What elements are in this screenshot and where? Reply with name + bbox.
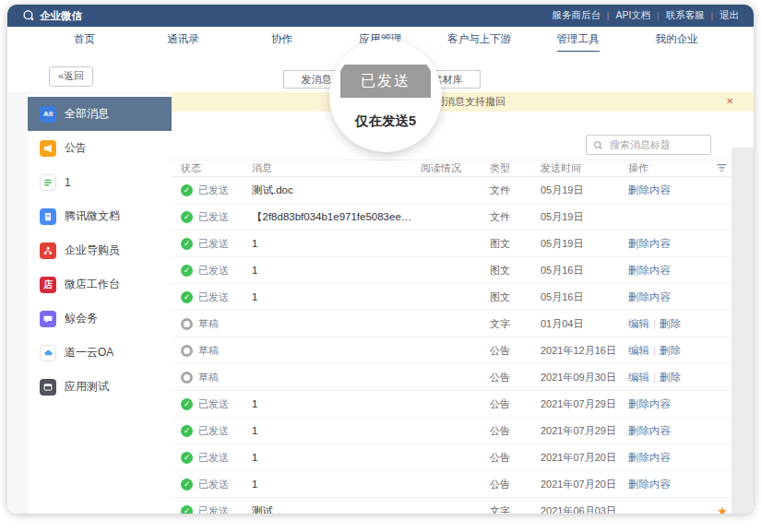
magnified-sent-tab[interactable]: 已发送	[340, 65, 431, 98]
sidebar-item-0[interactable]: All全部消息	[28, 97, 172, 131]
actions-cell: 删除内容	[628, 290, 704, 304]
table-row[interactable]: ✓已发送1图文05月19日删除内容	[172, 231, 731, 257]
actions-cell: 编辑|删除	[628, 317, 704, 331]
status-cell: ✓已发送	[181, 478, 252, 491]
table-row[interactable]: 草稿文字01月04日编辑|删除	[172, 311, 731, 337]
status-label: 已发送	[198, 397, 229, 411]
status-label: 已发送	[198, 504, 229, 514]
sent-check-icon: ✓	[181, 291, 193, 303]
action-link-0[interactable]: 删除内容	[628, 452, 671, 463]
table-row[interactable]: ✓已发送1公告2021年07月29日删除内容	[172, 391, 731, 418]
sidebar-item-7[interactable]: 道一云OA	[28, 336, 172, 370]
table-row[interactable]: ✓已发送测试文字2021年06月03日★	[172, 498, 731, 514]
action-link-0[interactable]: 删除内容	[628, 238, 671, 249]
table-row[interactable]: ✓已发送【2f8d83bf034b1e971fe5083eea...文件05月1…	[172, 204, 731, 231]
search-input[interactable]	[608, 138, 704, 151]
sidebar-item-8[interactable]: 应用测试	[28, 370, 172, 404]
sidebar-item-label: 鲸会务	[65, 311, 98, 326]
status-label: 已发送	[198, 237, 229, 251]
sidebar-item-label: 腾讯微文档	[65, 208, 120, 224]
table-row[interactable]: ✓已发送1公告2021年07月20日删除内容	[172, 471, 731, 498]
nav-tab-6[interactable]: 我的企业	[627, 27, 726, 52]
action-link-0[interactable]: 编辑	[628, 372, 649, 383]
status-label: 已发送	[198, 478, 229, 491]
table-row[interactable]: ✓已发送1图文05月16日删除内容	[172, 284, 731, 311]
back-button[interactable]: «返回	[49, 66, 93, 87]
nav-tab-0[interactable]: 首页	[35, 27, 134, 52]
sidebar-item-1[interactable]: 公告	[28, 131, 172, 165]
action-link-1[interactable]: 删除	[660, 345, 681, 356]
status-cell: ✓已发送	[181, 264, 252, 278]
scrollbar-track[interactable]	[731, 148, 754, 514]
sent-check-icon: ✓	[181, 238, 193, 250]
message-cell: 1	[252, 479, 421, 490]
action-link-0[interactable]: 编辑	[628, 318, 649, 329]
message-cell: 1	[252, 238, 421, 249]
status-cell: ✓已发送	[181, 451, 252, 465]
status-label: 草稿	[198, 317, 219, 331]
draft-icon	[181, 345, 193, 357]
table-row[interactable]: 草稿公告2021年09月30日编辑|删除	[172, 364, 731, 391]
sent-check-icon: ✓	[181, 505, 193, 514]
actions-cell: 删除内容	[628, 183, 704, 197]
action-link-1[interactable]: 删除	[660, 318, 681, 329]
sidebar: All全部消息公告1腾讯微文档企业导购员店微店工作台鲸会务道一云OA应用测试	[28, 97, 172, 514]
action-link-0[interactable]: 删除内容	[628, 479, 671, 490]
topbar-link-0[interactable]: 服务商后台	[553, 9, 601, 22]
table-row[interactable]: ✓已发送1公告2021年07月20日删除内容	[172, 444, 731, 471]
nav-tab-5[interactable]: 管理工具	[529, 27, 627, 52]
status-cell: ✓已发送	[181, 210, 252, 224]
action-link-0[interactable]: 删除内容	[628, 398, 671, 409]
action-link-1[interactable]: 删除	[660, 372, 681, 383]
time-cell: 2021年07月20日	[541, 451, 628, 465]
message-table: 状态消息阅读情况类型发送时间操作 ✓已发送测试.doc文件05月19日删除内容✓…	[172, 160, 731, 514]
app-title: 企业微信	[40, 9, 82, 23]
sidebar-item-6[interactable]: 鲸会务	[28, 301, 172, 336]
status-label: 已发送	[198, 290, 229, 304]
time-cell: 05月19日	[541, 210, 628, 224]
time-cell: 2021年06月03日	[541, 504, 628, 514]
nav-tab-2[interactable]: 协作	[232, 27, 331, 52]
shop-icon: 店	[40, 277, 56, 293]
sidebar-item-4[interactable]: 企业导购员	[28, 233, 172, 267]
action-link-0[interactable]: 删除内容	[628, 425, 671, 436]
actions-cell: 删除内容	[628, 237, 704, 251]
topbar-link-2[interactable]: 联系客服	[666, 9, 705, 22]
sidebar-item-5[interactable]: 店微店工作台	[28, 267, 172, 301]
column-header-3: 类型	[490, 161, 541, 175]
separator: |	[657, 11, 659, 20]
table-row[interactable]: ✓已发送测试.doc文件05月19日删除内容	[172, 177, 731, 204]
action-link-0[interactable]: 删除内容	[628, 265, 671, 276]
action-link-0[interactable]: 编辑	[628, 345, 649, 356]
filter-icon[interactable]	[716, 164, 728, 175]
actions-cell: 删除内容	[628, 397, 704, 411]
action-link-0[interactable]: 删除内容	[628, 291, 671, 302]
table-row[interactable]: ✓已发送1图文05月16日删除内容	[172, 257, 731, 284]
sidebar-item-2[interactable]: 1	[28, 165, 172, 199]
type-cell: 公告	[490, 371, 541, 384]
magnified-notice-text: 仅在发送5	[334, 112, 437, 130]
draft-icon	[181, 318, 193, 330]
time-cell: 2021年12月16日	[541, 344, 628, 358]
doc-icon	[40, 208, 56, 225]
action-link-0[interactable]: 删除内容	[628, 184, 671, 195]
status-label: 已发送	[198, 451, 229, 465]
message-cell: 1	[252, 265, 421, 276]
nav-tab-1[interactable]: 通讯录	[134, 27, 232, 52]
sent-check-icon: ✓	[181, 479, 193, 491]
topbar-link-3[interactable]: 退出	[719, 9, 739, 22]
close-icon[interactable]: ×	[726, 95, 733, 108]
sidebar-item-3[interactable]: 腾讯微文档	[28, 199, 172, 233]
table-row[interactable]: 草稿公告2021年12月16日编辑|删除	[172, 337, 731, 364]
message-cell: 1	[252, 398, 421, 409]
doclist-icon	[40, 174, 56, 191]
table-row[interactable]: ✓已发送1公告2021年07月29日删除内容	[172, 418, 731, 444]
star-icon[interactable]: ★	[717, 504, 728, 514]
message-cell: 1	[252, 291, 421, 302]
sent-check-icon: ✓	[181, 398, 193, 410]
type-cell: 公告	[490, 478, 541, 491]
search-box[interactable]	[586, 135, 711, 155]
topbar-link-1[interactable]: API文档	[615, 9, 650, 22]
status-label: 草稿	[198, 344, 219, 358]
nav-tab-4[interactable]: 客户与上下游	[430, 27, 529, 52]
